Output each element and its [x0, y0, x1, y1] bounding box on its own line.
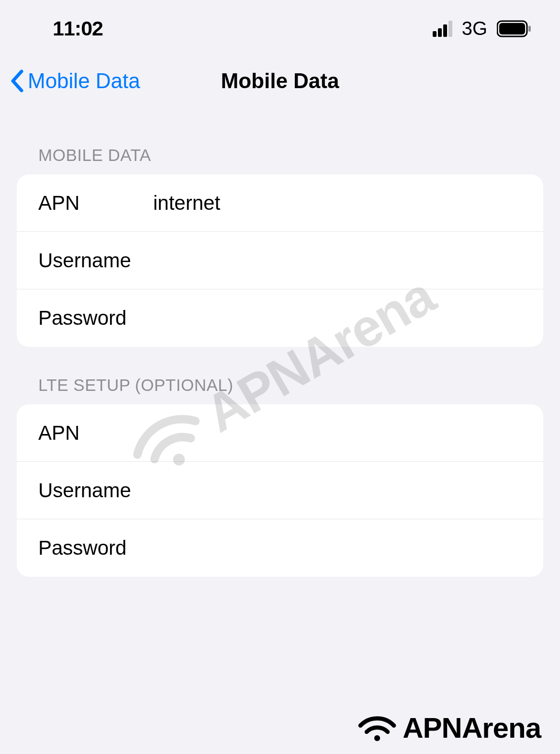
- section-header-mobile-data: MOBILE DATA: [0, 146, 560, 174]
- label-apn: APN: [38, 192, 153, 215]
- watermark-bottom: APNArena: [356, 711, 541, 744]
- list-group-mobile-data: APN Username Password: [17, 174, 543, 347]
- list-group-lte-setup: APN Username Password: [17, 404, 543, 577]
- section-header-lte-setup: LTE SETUP (OPTIONAL): [0, 376, 560, 404]
- row-lte-username[interactable]: Username: [17, 462, 543, 519]
- label-lte-apn: APN: [38, 422, 153, 445]
- input-lte-username[interactable]: [153, 479, 522, 502]
- svg-point-4: [374, 735, 380, 741]
- label-lte-password: Password: [38, 537, 153, 560]
- label-username: Username: [38, 249, 153, 272]
- input-mobile-data-username[interactable]: [153, 249, 522, 272]
- watermark-text-bottom: APNArena: [403, 711, 541, 744]
- status-bar: 11:02 3G: [0, 0, 560, 55]
- svg-rect-1: [499, 23, 525, 34]
- svg-rect-2: [528, 26, 531, 32]
- signal-icon: [433, 21, 452, 37]
- back-label: Mobile Data: [28, 69, 140, 93]
- input-mobile-data-password[interactable]: [153, 307, 522, 330]
- input-lte-apn[interactable]: [153, 422, 522, 445]
- row-lte-password[interactable]: Password: [17, 519, 543, 577]
- chevron-back-icon: [10, 69, 24, 93]
- row-lte-apn[interactable]: APN: [17, 404, 543, 462]
- navigation-bar: Mobile Data Mobile Data: [0, 55, 560, 117]
- input-mobile-data-apn[interactable]: [153, 192, 522, 215]
- page-title: Mobile Data: [221, 69, 339, 93]
- section-lte-setup: LTE SETUP (OPTIONAL) APN Username Passwo…: [0, 376, 560, 577]
- row-mobile-data-apn[interactable]: APN: [17, 174, 543, 232]
- network-type: 3G: [462, 18, 487, 39]
- status-indicators: 3G: [433, 18, 531, 39]
- back-button[interactable]: Mobile Data: [10, 69, 140, 93]
- label-password: Password: [38, 307, 153, 330]
- wifi-icon: [356, 711, 399, 744]
- battery-icon: [497, 20, 531, 37]
- input-lte-password[interactable]: [153, 537, 522, 560]
- label-lte-username: Username: [38, 479, 153, 502]
- status-time: 11:02: [53, 17, 103, 40]
- section-mobile-data: MOBILE DATA APN Username Password: [0, 146, 560, 347]
- row-mobile-data-username[interactable]: Username: [17, 232, 543, 289]
- row-mobile-data-password[interactable]: Password: [17, 289, 543, 347]
